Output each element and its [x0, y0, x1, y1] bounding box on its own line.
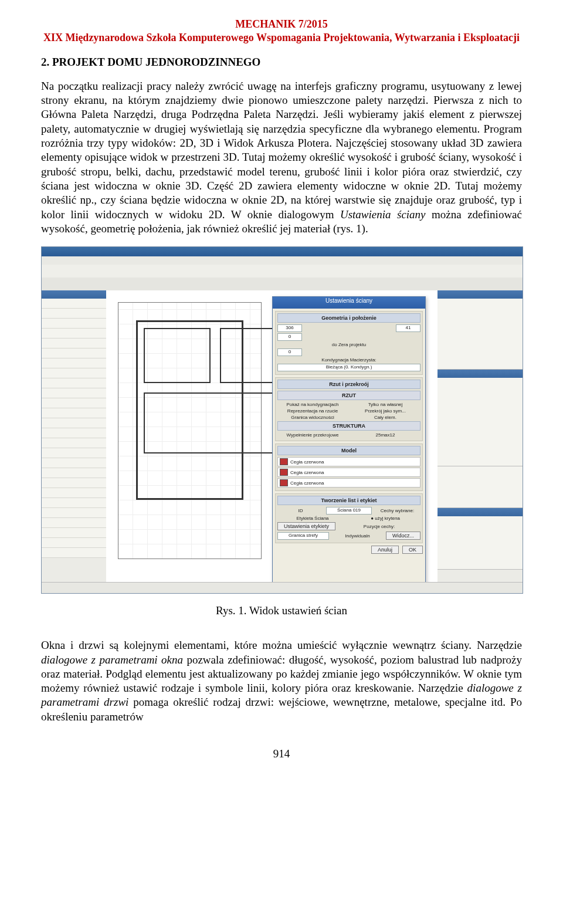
dialog-section-plan: Rzut i przekroój RZUT Pokaż na kondygnac… [275, 377, 423, 441]
figure-caption: Rys. 1. Widok ustawień ścian [41, 604, 522, 617]
paragraph-2: Okna i drzwi są kolejnymi elementami, kt… [41, 638, 522, 724]
tool-row [42, 378, 106, 388]
tool-row [42, 299, 106, 309]
paragraph-2-part-a: Okna i drzwi są kolejnymi elementami, kt… [41, 639, 522, 651]
field-z: 0 [277, 333, 302, 341]
nav-header [437, 508, 523, 516]
tool-row [42, 488, 106, 498]
dialog-section-header: Rzut i przekroój [277, 380, 420, 389]
label-id: ID [277, 508, 324, 513]
header-conference: XIX Międzynarodowa Szkoła Komputerowego … [41, 31, 522, 45]
dialog-section-model: Model Cegła czerwona Cegła czerwona Cegł… [275, 444, 423, 491]
palette-header [42, 290, 106, 299]
paragraph-1: Na początku realizacji pracy należy zwró… [41, 79, 522, 236]
row-value: ● użyj krytena [350, 516, 420, 521]
material-row: Cegła czerwona [277, 478, 420, 488]
plan-outline [136, 320, 243, 500]
row-label: Granica widoczności [277, 415, 348, 420]
material-name: Cegła czerwona [290, 459, 324, 465]
tool-row [42, 518, 106, 528]
paragraph-1-part-a: Na początku realizacji pracy należy zwró… [41, 80, 522, 221]
field-zone: Granica strefy [277, 532, 329, 540]
dialog-buttons: Anuluj OK [275, 546, 423, 554]
nav-section [437, 466, 523, 508]
dialog-sub-header: STRUKTURA [277, 421, 420, 431]
row-label: Pokaż na kondygnacjach [277, 402, 348, 407]
row-label: Reprezentacja na rzucie [277, 408, 348, 414]
tool-row [42, 398, 106, 408]
btn-label-settings: Ustawienia etykiety [277, 522, 335, 530]
material-swatch-icon [280, 458, 288, 465]
drawing-canvas: Ustawienia ściany Geometria i położenie … [106, 290, 437, 583]
app-statusbar [42, 582, 523, 593]
tool-row [42, 388, 106, 398]
floor-plan [118, 302, 262, 559]
tool-row [42, 468, 106, 478]
row-value: Tylko na własnej [350, 402, 420, 407]
navigator-palette [437, 290, 523, 583]
tool-row [42, 418, 106, 428]
nav-section [437, 378, 523, 466]
tool-row [42, 478, 106, 488]
dialog-titlebar: Ustawienia ściany [273, 297, 425, 309]
tool-row [42, 329, 106, 339]
row-value: Cały elem. [350, 415, 420, 420]
field-height: 306 [277, 324, 302, 332]
dialog-section-header: Tworzenie list i etykiet [277, 496, 420, 505]
nav-section [437, 516, 523, 570]
figure-1: Ustawienia ściany Geometria i położenie … [41, 246, 522, 596]
field-thickness: 41 [396, 324, 420, 332]
app-titlebar [42, 247, 523, 256]
btn-ok: OK [402, 546, 423, 554]
page-number: 914 [41, 747, 522, 760]
tool-row [42, 528, 106, 538]
material-swatch-icon [280, 469, 288, 476]
dialog-sub-header: RZUT [277, 391, 420, 400]
tool-row [42, 548, 106, 558]
material-swatch-icon [280, 479, 288, 486]
tool-row [42, 309, 106, 319]
btn-visibility: Widocz... [386, 532, 420, 540]
tool-row [42, 358, 106, 368]
tool-row [42, 319, 106, 329]
tool-row [42, 458, 106, 468]
dialog-section-header: Geometria i położenie [277, 313, 420, 323]
archicad-screenshot: Ustawienia ściany Geometria i położenie … [41, 246, 523, 594]
btn-cancel: Anuluj [371, 546, 399, 554]
nav-section [437, 299, 523, 370]
tool-row [42, 508, 106, 518]
tool-row [42, 498, 106, 508]
tool-row [42, 448, 106, 458]
field-story: Bieżąca (0. Kondygn.) [277, 364, 420, 371]
label-zero: do Zera projektu [277, 342, 420, 347]
dialog-section-header: Model [277, 446, 420, 455]
plan-room [144, 392, 293, 453]
header-journal: MECHANIK 7/2015 [41, 18, 522, 31]
tool-row [42, 348, 106, 358]
section-title: 2. PROJEKT DOMU JEDNORODZINNEGO [41, 56, 522, 69]
material-row: Cegła czerwona [277, 468, 420, 477]
paragraph-1-italic: Ustawienia ściany [340, 208, 426, 221]
app-toolbar [42, 265, 523, 278]
running-header: MECHANIK 7/2015 XIX Międzynarodowa Szkoł… [41, 18, 522, 45]
material-row: Cegła czerwona [277, 457, 420, 466]
material-name: Cegła czerwona [290, 480, 324, 486]
chk-individual: Indywidualn [331, 533, 384, 539]
main-tool-palette [42, 290, 107, 583]
plan-room [144, 328, 211, 383]
row-value: Przekrój jako sym... [350, 408, 420, 414]
dialog-section-geometry: Geometria i położenie 306 41 0 do Zera p… [275, 311, 423, 375]
app-infobar [42, 277, 523, 291]
tool-row [42, 538, 106, 548]
paragraph-2-italic-1: dialogowe z parametrami okna [41, 654, 183, 666]
label-etykieta: Etykieta Ściana [277, 516, 348, 521]
tool-row [42, 428, 106, 438]
nav-header [437, 290, 523, 299]
tool-row [42, 339, 106, 348]
tool-row [42, 368, 106, 378]
material-name: Cegła czerwona [290, 470, 324, 475]
dialog-section-listing: Tworzenie list i etykiet ID Ściana 019 C… [275, 493, 423, 543]
label-positions: Pozycje cechy: [338, 524, 420, 529]
dialog-body: Geometria i położenie 306 41 0 do Zera p… [273, 309, 425, 556]
row-value: 25max12 [350, 432, 420, 438]
